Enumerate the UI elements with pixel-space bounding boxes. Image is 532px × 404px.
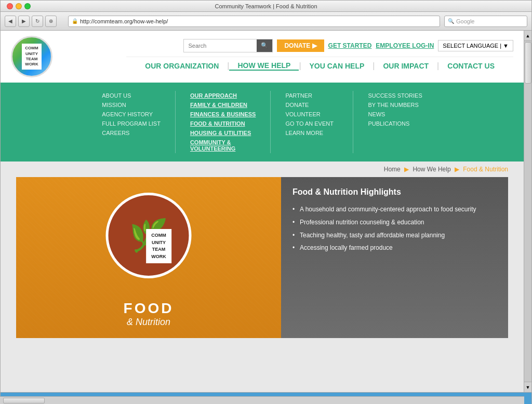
header-right: 🔍 DONATE ▶ GET STARTED EMPLOYEE LOG-IN S… [126,39,513,75]
dropdown-partner[interactable]: PARTNER [285,91,338,100]
hero-logo-text: COMMUNITYTEAMWORK [151,232,166,260]
dropdown-publications[interactable]: PUBLICATIONS [368,119,422,128]
hero-image: 🌿 COMMUNITYTEAMWORK FOOD & Nutrition [16,177,281,338]
horizontal-scrollbar[interactable] [0,396,524,404]
dropdown-volunteer[interactable]: VOLUNTEER [285,110,338,119]
site-logo: COMMUNITYTEAMWORK [11,36,52,77]
dropdown-food-nutrition[interactable]: FOOD & NUTRITION [190,119,256,128]
highlights-list: A household and community-centered appro… [292,203,497,254]
hero-title: FOOD & Nutrition [124,300,174,328]
hero-title-sub: & Nutrition [124,317,174,328]
browser-toolbar: ◀ ▶ ↻ ⊕ 🔒 http://commteam.org/how-we-hel… [1,12,531,31]
dropdown-success-stories[interactable]: SUCCESS STORIES [368,91,422,100]
dropdown-our-approach[interactable]: OUR APPROACH [190,91,256,100]
dropdown-go-to-event[interactable]: GO TO AN EVENT [285,119,338,128]
nav-our-impact[interactable]: OUR IMPACT [375,62,437,70]
dropdown-news[interactable]: NEWS [368,110,422,119]
dropdown-col-about: ABOUT US MISSION AGENCY HISTORY FULL PRO… [89,91,173,153]
scroll-up-arrow[interactable]: ▲ [524,31,531,41]
site-search-button[interactable]: 🔍 [257,39,272,52]
nav-how-we-help[interactable]: HOW WE HELP [229,61,299,71]
scroll-thumb[interactable] [525,42,531,84]
dropdown-family-children[interactable]: FAMILY & CHILDREN [190,100,256,110]
dropdown-finances-business[interactable]: FINANCES & BUSINESS [190,110,256,119]
minimize-button[interactable] [16,3,22,9]
dropdown-col-you: PARTNER DONATE VOLUNTEER GO TO AN EVENT … [273,91,351,153]
nav-contact-us[interactable]: CONTACT US [439,62,503,70]
bottom-bar: commteam.org/how-we-help/ [1,392,531,403]
browser-search-placeholder: Google [456,18,474,24]
page-content: COMMUNITYTEAMWORK 🔍 DONATE ▶ GET STARTED… [1,31,524,392]
dropdown-divider-3 [353,91,353,153]
breadcrumb-current: Food & Nutrition [463,166,508,173]
highlight-item-4: Accessing locally farmed produce [292,241,497,254]
hero-title-main: FOOD [124,300,174,317]
highlights-title: Food & Nutrition Highlights [292,187,497,197]
language-selector[interactable]: SELECT LANGUAGE | ▼ [438,40,513,51]
highlight-item-1: A household and community-centered appro… [292,203,497,216]
breadcrumb-home[interactable]: Home [384,166,401,173]
dropdown-divider-2 [270,91,271,153]
dropdown-about-us[interactable]: ABOUT US [102,91,161,100]
nav-our-organization[interactable]: OUR ORGANIZATION [137,62,227,70]
browser-search-box[interactable]: 🔍 Google [444,16,527,27]
dropdown-donate[interactable]: DONATE [285,100,338,110]
dropdown-col-how: OUR APPROACH FAMILY & CHILDREN FINANCES … [178,91,269,153]
hero-logo-overlay: COMMUNITYTEAMWORK [146,229,171,263]
top-bar-controls: 🔍 DONATE ▶ GET STARTED EMPLOYEE LOG-IN S… [183,39,513,52]
reload-button[interactable]: ↻ [32,16,43,27]
scroll-down-arrow[interactable]: ▼ [524,382,531,392]
maximize-button[interactable] [24,3,31,9]
dropdown-by-numbers[interactable]: BY THE NUMBERS [368,100,422,110]
dropdown-housing-utilities[interactable]: HOUSING & UTILITIES [190,128,256,138]
logo-text: COMMUNITYTEAMWORK [22,44,41,70]
dropdown-careers[interactable]: CAREERS [102,128,161,138]
dropdown-divider-1 [175,91,176,153]
bookmark-button[interactable]: ⊕ [45,16,57,27]
dropdown-mission[interactable]: MISSION [102,100,161,110]
hero-section: 🌿 COMMUNITYTEAMWORK FOOD & Nutrition [16,177,508,338]
vertical-scrollbar[interactable]: ▲ ▼ [524,31,531,392]
horizontal-scroll-thumb[interactable] [3,398,45,403]
donate-button[interactable]: DONATE ▶ [277,39,324,52]
site-search-input[interactable] [184,39,257,52]
dropdown-menu: ABOUT US MISSION AGENCY HISTORY FULL PRO… [1,83,524,161]
breadcrumb: Home ▶ How We Help ▶ Food & Nutrition [1,161,524,177]
address-bar[interactable]: 🔒 http://commteam.org/how-we-help/ [68,16,440,27]
dropdown-learn-more[interactable]: LEARN MORE [285,128,338,138]
hero-highlights: Food & Nutrition Highlights A household … [281,177,508,338]
site-header: COMMUNITYTEAMWORK 🔍 DONATE ▶ GET STARTED… [1,31,524,83]
highlight-item-2: Professional nutrition counseling & educ… [292,216,497,229]
nav-you-can-help[interactable]: YOU CAN HELP [301,62,373,70]
employee-login-button[interactable]: EMPLOYEE LOG-IN [376,42,434,49]
dropdown-agency-history[interactable]: AGENCY HISTORY [102,110,161,119]
logo-area: COMMUNITYTEAMWORK [11,36,52,77]
main-nav: OUR ORGANIZATION | HOW WE HELP | YOU CAN… [126,57,513,75]
dropdown-community[interactable]: COMMUNITY & VOLUNTEERING [190,138,256,153]
dropdown-full-program[interactable]: FULL PROGRAM LIST [102,119,161,128]
forward-button[interactable]: ▶ [18,16,30,27]
back-button[interactable]: ◀ [5,16,16,27]
browser-title: Community Teamwork | Food & Nutrition [215,3,317,9]
site-search-wrap[interactable]: 🔍 [183,39,273,52]
highlight-item-3: Teaching healthy, tasty and affordable m… [292,229,497,242]
dropdown-col-impact: SUCCESS STORIES BY THE NUMBERS NEWS PUBL… [355,91,434,153]
close-button[interactable] [7,3,13,9]
browser-traffic-lights[interactable] [7,3,31,9]
get-started-button[interactable]: GET STARTED [328,42,372,49]
browser-search-icon: 🔍 [448,18,454,24]
breadcrumb-parent[interactable]: How We Help [413,166,450,173]
url-display: http://commteam.org/how-we-help/ [80,18,168,24]
